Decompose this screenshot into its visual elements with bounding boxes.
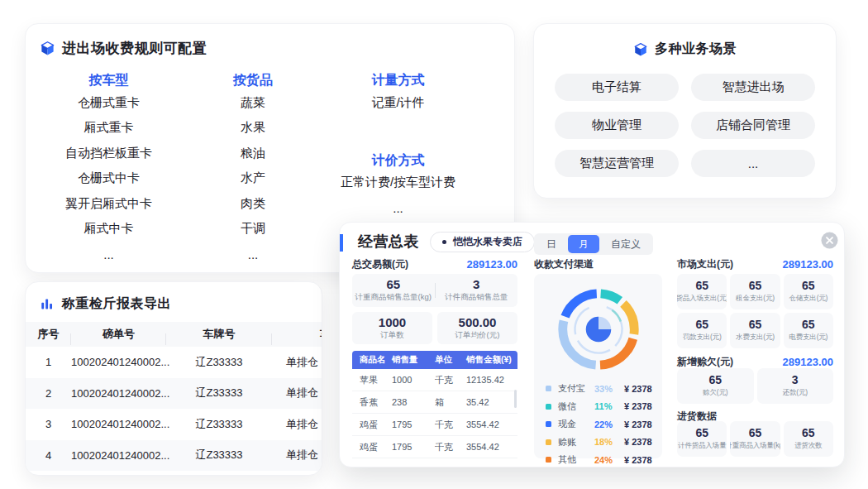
scenario-button[interactable]: 智慧进出场 [691, 74, 815, 101]
metric-box: 65电费支出(元) [784, 313, 833, 348]
weigh-cell: 辽Z33333 [166, 355, 272, 370]
table-row: 鸡蛋1795千克3554.42 [352, 414, 517, 436]
legend-percent: 11% [594, 401, 624, 411]
rule-item: 翼开启厢式中卡 [49, 191, 169, 217]
scenario-buttons: 电子结算智慧进出场物业管理店铺合同管理智慧运营管理... [555, 74, 815, 177]
donut-chart [550, 280, 647, 378]
date-range-tabbar: 日 月 自定义 [534, 233, 653, 255]
rules-panel-title: 进出场收费规则可配置 [62, 39, 207, 58]
metric-value: 65 [749, 319, 762, 331]
table-row: 4100202401240002...辽Z33333单排仓 [26, 440, 322, 472]
tab-day[interactable]: 日 [536, 235, 567, 253]
tab-custom[interactable]: 自定义 [600, 235, 651, 253]
metric-label: 仓储支出(元) [789, 294, 827, 304]
weigh-cell: 单排仓 [272, 448, 322, 463]
stat-value: 65 [352, 278, 435, 291]
legend-item: 现金22%¥ 2378 [546, 415, 662, 434]
weigh-cell: 100202401240002... [71, 387, 166, 400]
product-cell: 箱 [435, 396, 466, 409]
product-cell: 1000 [392, 375, 435, 385]
scenarios-panel: 多种业务场景 电子结算智慧进出场物业管理店铺合同管理智慧运营管理... [533, 23, 837, 199]
metric-label: 租金支出(元) [736, 294, 775, 304]
metric-value: 65 [802, 280, 815, 292]
weigh-cell: 单排仓 [272, 417, 322, 432]
goods-column-header: 按货品 [212, 72, 294, 90]
stat-half: 3计件商品销售总量 [436, 278, 518, 303]
rule-item: 正常计费/按车型计费 [330, 170, 466, 196]
payment-channels-chart-box: 支付宝33%¥ 2378微信11%¥ 2378现金22%¥ 2378赊账18%¥… [534, 274, 662, 458]
product-cell: 千克 [435, 441, 466, 453]
scenario-button[interactable]: 物业管理 [555, 112, 679, 139]
metric-label: 赊欠(元) [703, 388, 727, 398]
metric-box: 65计重商品入场量(kg) [730, 421, 780, 457]
product-cell: 3554.42 [466, 419, 517, 429]
product-header-cell: 销售金额(¥) [466, 354, 517, 366]
metric-value: 65 [695, 280, 708, 292]
metric-value: 65 [695, 427, 708, 439]
metric-box: 65进货次数 [784, 421, 833, 457]
metric-label: 罚款支出(元) [683, 333, 722, 343]
legend-amount: ¥ 2378 [624, 419, 652, 429]
rule-item: 肉类 [212, 191, 294, 217]
metric-label: 还款(元) [783, 388, 808, 398]
bar-chart-icon [41, 297, 55, 311]
credit-value: 289123.00 [783, 356, 833, 368]
rules-column-goods: 按货品 蔬菜水果粮油水产肉类干调... [212, 72, 294, 267]
scenario-button[interactable]: 智慧运营管理 [555, 150, 679, 177]
market-expense-value: 289123.00 [783, 258, 833, 271]
weigh-header-cell: 车牌号 [166, 327, 272, 342]
table-row: 苹果1000千克12135.42 [352, 369, 517, 391]
metric-box: 3还款(元) [757, 368, 834, 404]
legend-amount: ¥ 2378 [624, 455, 652, 465]
weigh-cell: 1 [26, 356, 71, 368]
product-cell: 35.42 [466, 397, 517, 407]
legend-swatch [546, 439, 551, 445]
legend-name: 支付宝 [558, 382, 594, 395]
measure-header: 计量方式 [330, 72, 466, 90]
report-panel-title: 经营总表 [358, 232, 419, 252]
weigh-cell: 3 [26, 418, 71, 430]
scenario-button[interactable]: 店铺合同管理 [691, 112, 815, 139]
metric-box: 65货品入场支出(元) [677, 274, 727, 309]
scenarios-panel-header: 多种业务场景 [534, 24, 836, 58]
metric-value: 65 [708, 374, 722, 386]
product-cell: 12135.42 [466, 375, 517, 385]
scenarios-panel-title: 多种业务场景 [655, 41, 737, 58]
weigh-header-cell: 序号 [26, 327, 71, 342]
metric-value: 65 [802, 427, 815, 439]
product-cell: 香蕉 [352, 396, 392, 409]
cube-icon [40, 41, 55, 56]
stat-label: 订单数 [380, 330, 404, 341]
stat-box: 500.00订单均价(元) [437, 312, 517, 344]
legend-amount: ¥ 2378 [624, 437, 652, 447]
weigh-header-cell: 磅单号 [71, 327, 166, 342]
legend-name: 微信 [558, 400, 594, 413]
metric-box: 65仓储支出(元) [784, 274, 833, 309]
metric-label: 水费支出(元) [736, 333, 775, 343]
sales-volume-box: 65计重商品销售总量(kg)3计件商品销售总量 [352, 274, 517, 307]
scenario-button[interactable]: ... [691, 150, 815, 177]
stat-label: 计件商品销售总量 [436, 292, 518, 303]
rule-item: 水果 [212, 116, 294, 141]
metric-label: 计重商品入场量(kg) [730, 441, 780, 451]
legend-percent: 22% [594, 419, 624, 429]
product-header-cell: 商品名 [352, 354, 392, 366]
legend-name: 其他 [558, 453, 594, 466]
legend-swatch [546, 457, 551, 463]
close-icon[interactable] [821, 232, 838, 249]
table-row: 香蕉238箱35.42 [352, 391, 517, 414]
weigh-cell: 单排仓 [272, 386, 322, 400]
rule-item: ... [212, 242, 294, 267]
weigh-cell: 100202401240002... [71, 356, 166, 368]
tab-month[interactable]: 月 [568, 235, 599, 253]
scenario-button[interactable]: 电子结算 [555, 74, 679, 101]
title-accent-bar [340, 234, 343, 252]
legend-item: 其他24%¥ 2378 [546, 451, 662, 469]
metric-label: 电费支出(元) [789, 333, 827, 343]
channels-legend: 支付宝33%¥ 2378微信11%¥ 2378现金22%¥ 2378赊账18%¥… [534, 378, 662, 469]
store-selector[interactable]: 恺恺水果专卖店 [430, 232, 535, 252]
legend-amount: ¥ 2378 [624, 401, 652, 411]
table-row: 3100202401240002...辽Z33333单排仓 [26, 409, 322, 440]
legend-percent: 24% [594, 455, 624, 465]
rule-item: 记重/计件 [330, 90, 466, 116]
